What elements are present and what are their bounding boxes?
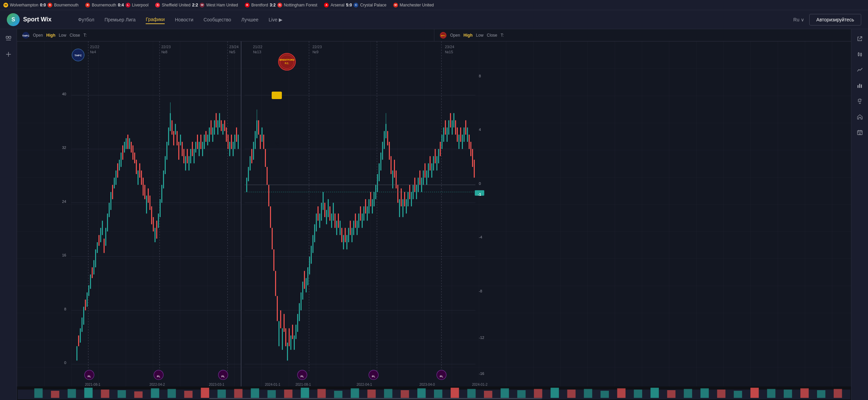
manutd-logo: M	[393, 3, 398, 7]
svg-rect-104	[192, 142, 193, 156]
svg-rect-214	[345, 228, 346, 242]
match-bournemouth-liverpool[interactable]: B Bournemouth 0:4 L Liverpool	[85, 3, 148, 7]
svg-rect-245	[396, 171, 397, 189]
svg-rect-187	[299, 303, 300, 321]
match-manutd[interactable]: M Manchester United	[393, 3, 434, 7]
svg-rect-168	[267, 167, 268, 185]
svg-text:22/23: 22/23	[161, 45, 171, 49]
svg-rect-237	[384, 131, 385, 149]
match-brentford[interactable]: B Brentford 3:2 N Nottingham Forest	[245, 3, 317, 7]
svg-rect-244	[394, 160, 395, 178]
match-arsenal[interactable]: A Arsenal 5:0 C Crystal Palace	[324, 3, 386, 7]
left-high-label: High	[46, 33, 55, 38]
svg-rect-343	[367, 389, 376, 399]
svg-rect-115	[211, 120, 212, 135]
calendar-icon[interactable]: 21	[854, 126, 866, 138]
svg-rect-271	[440, 142, 441, 156]
svg-rect-81	[155, 228, 156, 242]
svg-rect-68	[132, 146, 133, 160]
svg-rect-330	[151, 388, 159, 399]
bournemouth-logo: B	[48, 3, 52, 7]
auth-button[interactable]: Авторизируйтесь	[809, 14, 861, 25]
svg-rect-171	[272, 228, 273, 249]
svg-rect-347	[434, 389, 442, 399]
arsenal-logo: A	[324, 3, 329, 7]
logo-area[interactable]: S Sport Wix	[7, 13, 68, 26]
crosshair-icon[interactable]	[2, 48, 15, 60]
nav-best[interactable]: Лучшее	[241, 16, 258, 24]
svg-rect-49	[100, 228, 101, 242]
svg-rect-272	[441, 135, 442, 149]
candlestick-icon[interactable]	[854, 48, 866, 60]
svg-rect-43	[90, 274, 91, 289]
svg-rect-40	[85, 300, 86, 310]
match-sheffield[interactable]: S Sheffield United 2:2 W West Ham United	[155, 3, 238, 7]
nav-football[interactable]: Футбол	[78, 16, 94, 24]
svg-rect-206	[331, 213, 332, 228]
bar-chart-icon[interactable]	[854, 79, 866, 92]
svg-rect-194	[311, 246, 312, 264]
svg-rect-359	[634, 389, 642, 399]
svg-rect-287	[467, 128, 468, 142]
svg-rect-0	[6, 36, 8, 38]
line-chart-icon[interactable]	[854, 64, 866, 76]
nav-premier-league[interactable]: Премьер Лига	[105, 16, 136, 24]
left-low-label: Low	[59, 33, 66, 38]
svg-rect-82	[156, 221, 157, 239]
left-t-label: T:	[84, 33, 87, 38]
language-selector[interactable]: Ru ∨	[793, 17, 804, 22]
svg-rect-220	[355, 213, 356, 228]
svg-rect-174	[277, 296, 278, 321]
svg-rect-366	[751, 388, 759, 399]
svg-rect-129	[234, 135, 235, 149]
svg-rect-377	[861, 54, 862, 56]
svg-rect-172	[273, 249, 274, 271]
svg-rect-289	[470, 142, 471, 156]
svg-rect-344	[384, 389, 393, 399]
nav-live[interactable]: Live ▶	[269, 16, 283, 24]
svg-rect-44	[92, 267, 93, 278]
svg-rect-382	[861, 84, 862, 88]
svg-rect-58	[115, 171, 116, 185]
match-wolverhampton[interactable]: W Wolverhampton 0:0 B Bournemouth	[3, 3, 78, 7]
svg-text:22/23: 22/23	[312, 45, 322, 49]
left-open-label: Open	[33, 33, 43, 38]
svg-rect-203	[326, 210, 327, 224]
svg-text:2021-08-1: 2021-08-1	[85, 383, 101, 386]
svg-rect-107	[197, 135, 198, 149]
svg-rect-192	[307, 267, 308, 285]
svg-text:-4: -4	[479, 235, 482, 239]
bournemouth-logo2: B	[85, 3, 90, 7]
external-link-icon[interactable]	[854, 33, 866, 45]
svg-rect-288	[469, 135, 470, 149]
svg-rect-84	[160, 199, 161, 217]
wolverhampton-name: Wolverhampton	[10, 3, 38, 7]
svg-text:BRENTFORD: BRENTFORD	[279, 59, 294, 61]
svg-rect-64	[126, 138, 127, 149]
svg-rect-368	[784, 389, 792, 399]
svg-rect-222	[358, 213, 359, 228]
nav-news[interactable]: Новости	[175, 16, 193, 24]
match5-score: 5:0	[346, 3, 352, 7]
trophy-icon[interactable]	[854, 95, 866, 107]
home-icon[interactable]	[854, 111, 866, 123]
chart-canvas[interactable]: 40 32 24 16 8 0 21/22 №4 22/23 №8 23/24 …	[17, 41, 851, 400]
nav-community[interactable]: Сообщество	[203, 16, 231, 24]
svg-rect-351	[501, 388, 509, 399]
nav-charts[interactable]: Графики	[146, 15, 165, 24]
svg-rect-57	[114, 178, 115, 189]
svg-rect-274	[445, 120, 446, 135]
svg-text:THFC: THFC	[22, 34, 30, 37]
svg-rect-75	[144, 185, 145, 199]
compare-icon[interactable]	[2, 33, 15, 45]
svg-rect-190	[304, 271, 305, 289]
svg-text:16: 16	[62, 253, 66, 257]
svg-rect-38	[82, 318, 83, 332]
svg-rect-290	[472, 149, 473, 167]
svg-rect-202	[324, 203, 325, 217]
svg-rect-72	[139, 163, 140, 177]
svg-rect-280	[455, 120, 456, 135]
svg-rect-176	[280, 310, 281, 328]
svg-rect-108	[199, 142, 200, 156]
svg-rect-335	[234, 389, 243, 399]
